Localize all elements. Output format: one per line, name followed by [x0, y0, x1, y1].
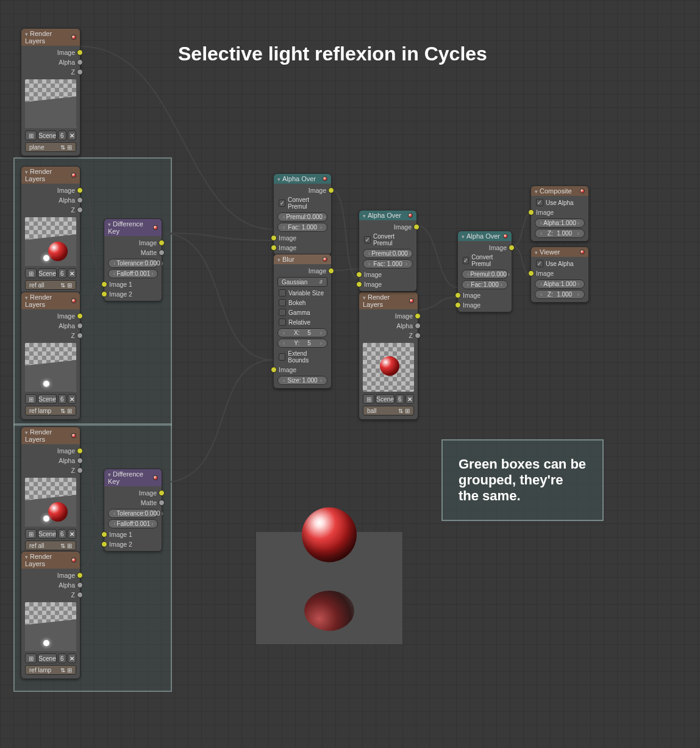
blur-y-field[interactable]: Y:5	[277, 339, 327, 348]
premul-field[interactable]: Premul:0.000	[462, 270, 508, 279]
socket-image1-in[interactable]	[101, 281, 107, 287]
socket-image-in[interactable]	[528, 270, 534, 276]
socket-image-in-2[interactable]	[271, 245, 277, 251]
socket-alpha-out[interactable]	[77, 458, 83, 464]
node-header[interactable]: ▾Render Layers	[21, 167, 80, 184]
socket-z-out[interactable]	[77, 592, 83, 598]
node-header[interactable]: ▾Composite	[531, 186, 588, 196]
node-header[interactable]: ▾Render Layers	[21, 29, 80, 46]
socket-image-out[interactable]	[413, 224, 420, 230]
socket-image-out[interactable]	[77, 313, 83, 319]
blur-type-select[interactable]: Gaussian⇵	[277, 277, 327, 287]
node-header[interactable]: ▾Alpha Over	[274, 174, 331, 184]
socket-matte-out[interactable]	[159, 500, 165, 506]
checkbox-relative[interactable]	[279, 318, 286, 326]
socket-alpha-out[interactable]	[415, 323, 421, 329]
socket-image-out[interactable]	[159, 240, 165, 246]
layer-select[interactable]: ref all⇅ ⊞	[25, 280, 76, 290]
layer-select[interactable]: ball⇅ ⊞	[363, 406, 414, 415]
node-header[interactable]: ▾Render Layers	[21, 552, 80, 569]
unlink-icon[interactable]: ✕	[68, 394, 76, 404]
unlink-icon[interactable]: ✕	[405, 394, 414, 404]
socket-image-out[interactable]	[77, 572, 83, 578]
fac-field[interactable]: Fac:1.000	[363, 259, 413, 268]
socket-image-in-2[interactable]	[356, 281, 362, 287]
tolerance-field[interactable]: Tolerance:0.000	[108, 509, 158, 518]
socket-alpha-out[interactable]	[77, 197, 83, 203]
socket-image-in-2[interactable]	[455, 302, 461, 308]
layer-select[interactable]: ref lamp⇅ ⊞	[25, 665, 76, 675]
alpha-field[interactable]: Alpha:1.000	[535, 218, 585, 228]
socket-image-in-1[interactable]	[455, 292, 461, 298]
unlink-icon[interactable]: ✕	[68, 653, 76, 663]
premul-field[interactable]: Premul:0.000	[363, 249, 413, 258]
node-header[interactable]: ▾Viewer	[531, 247, 588, 257]
socket-z-out[interactable]	[77, 333, 83, 339]
checkbox-convert-premul[interactable]	[279, 200, 285, 207]
socket-z-out[interactable]	[77, 467, 83, 473]
layer-select[interactable]: ref all⇅ ⊞	[25, 541, 76, 550]
socket-image1-in[interactable]	[101, 531, 107, 538]
socket-image-out[interactable]	[77, 49, 83, 56]
layer-select[interactable]: ref lamp⇅ ⊞	[25, 406, 76, 415]
node-render-layers-refall-2[interactable]: ▾Render Layers Image Alpha Z ⊞Scene6✕ re…	[21, 426, 80, 555]
node-difference-key-1[interactable]: ▾Difference Key Image Matte Tolerance:0.…	[104, 218, 162, 301]
node-header[interactable]: ▾Render Layers	[21, 292, 80, 309]
socket-image-in[interactable]	[271, 367, 277, 373]
premul-field[interactable]: Premul:0.000	[277, 212, 327, 221]
scene-browse-icon[interactable]: ⊞	[363, 394, 374, 404]
node-render-layers-refall-1[interactable]: ▾Render Layers Image Alpha Z ⊞Scene6✕ re…	[21, 166, 80, 294]
socket-alpha-out[interactable]	[77, 59, 83, 65]
node-alpha-over-1[interactable]: ▾Alpha Over Image Convert Premul Premul:…	[273, 173, 332, 255]
socket-image-out[interactable]	[328, 268, 334, 274]
node-alpha-over-3[interactable]: ▾Alpha Over Image Convert Premul Premul:…	[457, 231, 512, 312]
socket-image-in-1[interactable]	[271, 235, 277, 241]
socket-image-out[interactable]	[509, 245, 515, 251]
node-composite[interactable]: ▾Composite Use Alpha Image Alpha:1.000 Z…	[530, 185, 589, 242]
z-field[interactable]: Z:1.000	[535, 290, 585, 299]
node-render-layers-plane[interactable]: ▾Render Layers Image Alpha Z ⊞Scene6✕ pl…	[21, 28, 80, 156]
socket-image2-in[interactable]	[101, 541, 107, 547]
checkbox-use-alpha[interactable]	[536, 199, 543, 206]
socket-image-out[interactable]	[328, 187, 334, 193]
checkbox-convert-premul[interactable]	[463, 257, 469, 264]
z-field[interactable]: Z:1.000	[535, 229, 585, 238]
unlink-icon[interactable]: ✕	[68, 529, 76, 539]
scene-browse-icon[interactable]: ⊞	[25, 131, 37, 140]
node-difference-key-2[interactable]: ▾Difference Key Image Matte Tolerance:0.…	[104, 469, 162, 552]
node-header[interactable]: ▾Alpha Over	[458, 231, 512, 241]
fac-field[interactable]: Fac:1.000	[462, 280, 508, 289]
socket-image-out[interactable]	[159, 490, 165, 496]
falloff-field[interactable]: Falloff:0.001	[108, 519, 158, 528]
node-header[interactable]: ▾Render Layers	[359, 292, 418, 309]
unlink-icon[interactable]: ✕	[68, 131, 76, 140]
checkbox-bokeh[interactable]	[279, 299, 286, 306]
node-render-layers-reflamp-1[interactable]: ▾Render Layers Image Alpha Z ⊞Scene6✕ re…	[21, 292, 80, 420]
checkbox-use-alpha[interactable]	[536, 260, 543, 267]
socket-image-out[interactable]	[415, 313, 421, 319]
node-render-layers-ball[interactable]: ▾Render Layers Image Alpha Z ⊞Scene6✕ ba…	[359, 292, 418, 420]
node-header[interactable]: ▾Render Layers	[21, 427, 80, 444]
checkbox-convert-premul[interactable]	[364, 236, 371, 243]
socket-image-in-1[interactable]	[356, 272, 362, 278]
alpha-field[interactable]: Alpha:1.000	[535, 279, 585, 289]
node-header[interactable]: ▾Difference Key	[104, 219, 162, 236]
socket-image-out[interactable]	[77, 187, 83, 193]
node-render-layers-reflamp-2[interactable]: ▾Render Layers Image Alpha Z ⊞Scene6✕ re…	[21, 551, 80, 679]
blur-x-field[interactable]: X:5	[277, 328, 327, 337]
node-header[interactable]: ▾Difference Key	[104, 469, 162, 486]
checkbox-gamma[interactable]	[279, 309, 286, 316]
checkbox-extend-bounds[interactable]	[279, 353, 285, 361]
node-header[interactable]: ▾Alpha Over	[359, 210, 416, 220]
socket-image-in[interactable]	[528, 209, 534, 215]
socket-image2-in[interactable]	[101, 291, 107, 297]
falloff-field[interactable]: Falloff:0.001	[108, 269, 158, 278]
checkbox-variable-size[interactable]	[279, 289, 286, 297]
fac-field[interactable]: Fac:1.000	[277, 223, 327, 232]
node-header[interactable]: ▾Blur	[274, 254, 331, 264]
socket-z-out[interactable]	[77, 207, 83, 213]
scene-browse-icon[interactable]: ⊞	[25, 394, 37, 404]
tolerance-field[interactable]: Tolerance:0.000	[108, 259, 158, 268]
socket-z-out[interactable]	[415, 333, 421, 339]
layer-select[interactable]: plane⇅ ⊞	[25, 142, 76, 152]
